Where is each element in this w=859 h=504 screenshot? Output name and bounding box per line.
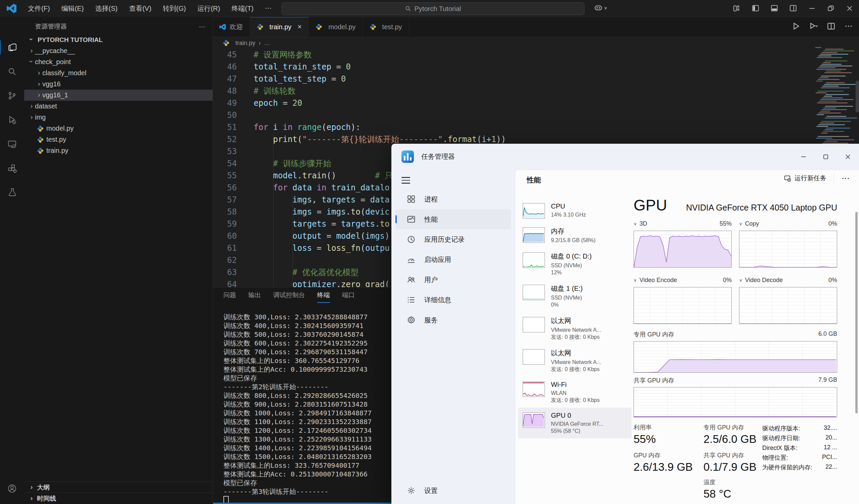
chevron-down-icon[interactable]: ∨ (634, 221, 637, 226)
run-icon[interactable] (792, 22, 801, 32)
more-icon[interactable] (844, 22, 853, 32)
menu-item[interactable]: 转到(G) (158, 2, 191, 15)
menu-item[interactable]: 编辑(E) (57, 2, 89, 15)
minimize-icon[interactable] (802, 0, 822, 17)
menu-item[interactable]: 选择(S) (90, 2, 123, 15)
menu-item[interactable]: 文件(F) (23, 2, 55, 15)
close-icon[interactable] (837, 144, 859, 170)
sensor-内存[interactable]: 内存9.2/15.8 GB (58%) (518, 223, 632, 248)
sensor-以太网[interactable]: 以太网VMware Network A...发送: 0 接收: 0 Kbps (518, 345, 632, 377)
tree-item-check_point[interactable]: ›check_point (24, 57, 213, 67)
terminal-line: -------第2轮训练开始-------- (223, 382, 372, 391)
sensor-GPU 0[interactable]: GPU 0NVIDIA GeForce RT...55% (58 °C) (518, 408, 632, 439)
chevron-down-icon[interactable]: ∨ (739, 278, 742, 283)
tm-nav-详细信息[interactable]: 详细信息 (395, 290, 511, 310)
toggle-secondary-sidebar-icon[interactable] (784, 0, 802, 17)
tree-item-model.py[interactable]: model.py (24, 123, 213, 134)
menu-item[interactable]: ⋯ (260, 2, 277, 15)
terminal-line: 训练次数 600,Loss: 2.3022754192352295 (223, 339, 372, 348)
tree-item-test.py[interactable]: test.py (24, 134, 213, 145)
activitybar-search-icon[interactable] (0, 60, 24, 82)
tree-item-train.py[interactable]: train.py (24, 145, 213, 156)
tab-model.py[interactable]: model.py (309, 17, 362, 37)
activitybar-run-and-debug-icon[interactable] (0, 109, 24, 131)
split-editor-icon[interactable] (827, 22, 835, 32)
minimize-icon[interactable] (793, 144, 815, 170)
detail-value: 32.... (824, 424, 837, 434)
maximize-icon[interactable] (815, 144, 837, 170)
tree-item-img[interactable]: ›img (24, 112, 213, 123)
breadcrumb[interactable]: train.py › … (223, 37, 270, 49)
panel-tab-端口[interactable]: 端口 (342, 291, 355, 303)
sensor-mini-chart (523, 412, 545, 428)
sensor-磁盘 1 (E:)[interactable]: 磁盘 1 (E:)SSD (NVMe)0% (518, 280, 632, 312)
tm-nav-服务[interactable]: 服务 (395, 310, 511, 330)
toggle-panel-icon[interactable] (765, 0, 784, 17)
panel-tab-问题[interactable]: 问题 (223, 291, 236, 303)
explorer-more-icon[interactable]: ⋯ (199, 23, 206, 31)
restore-icon[interactable] (822, 0, 840, 17)
command-search-input[interactable]: Pytorch Tutorial (282, 2, 585, 15)
tree-item-__pycache__[interactable]: ›__pycache__ (24, 45, 213, 57)
gpu-chart-label: Copy (745, 220, 759, 227)
gpu-mem-chart-专用 GPU 内存: 专用 GPU 内存6.0 GB (634, 331, 837, 373)
activitybar-account-icon[interactable] (0, 477, 24, 500)
menu-item[interactable]: 终端(T) (226, 2, 259, 15)
stat-value: 2.5/6.0 GB (704, 433, 756, 446)
python-icon (370, 24, 376, 30)
tm-nav-用户[interactable]: 用户 (395, 270, 511, 290)
tree-item-vgg16[interactable]: ›vgg16 (24, 79, 213, 90)
tree-item-classify_model[interactable]: ›classify_model (24, 67, 213, 79)
tab-test.py[interactable]: test.py (363, 17, 409, 37)
tab-欢迎[interactable]: 欢迎 (213, 17, 250, 37)
more-options-button[interactable]: ⋯ (842, 173, 849, 183)
menu-item[interactable]: 查看(V) (124, 2, 156, 15)
close-tab-icon[interactable]: × (298, 22, 302, 31)
hamburger-menu-icon[interactable] (402, 177, 410, 184)
stat-label: 共享 GPU 内存 (704, 451, 756, 459)
tree-item-vgg16_1[interactable]: ›vgg16_1 (24, 90, 213, 101)
sensor-以太网[interactable]: 以太网VMware Network A...发送: 0 接收: 0 Kbps (518, 312, 632, 345)
activitybar-explorer-icon[interactable] (0, 36, 24, 58)
activitybar-extensions-icon[interactable] (0, 157, 24, 179)
task-manager-scrollbar[interactable] (855, 212, 858, 413)
sensor-CPU[interactable]: CPU14% 3.10 GHz (518, 198, 632, 223)
editor-tabs: 欢迎train.py×model.pytest.py (213, 17, 859, 37)
chevron-down-icon[interactable]: ∨ (634, 278, 637, 283)
tm-nav-设置[interactable]: 设置 (395, 480, 511, 501)
panel-tab-调试控制台[interactable]: 调试控制台 (273, 291, 305, 303)
activity-bar (0, 17, 25, 504)
tm-nav-启动应用[interactable]: 启动应用 (395, 249, 511, 270)
tab-train.py[interactable]: train.py× (250, 17, 309, 37)
terminal-output[interactable]: 训练次数 300,Loss: 2.3033745288848877训练次数 40… (223, 312, 372, 504)
timeline-section[interactable]: › 时间线 (24, 492, 213, 504)
tm-nav-性能[interactable]: 性能 (395, 209, 511, 229)
sensor-sub: WLAN (551, 390, 600, 397)
tm-nav-进程[interactable]: 进程 (395, 189, 511, 209)
tm-nav-应用历史记录[interactable]: 应用历史记录 (395, 229, 511, 249)
tree-item-dataset[interactable]: ›dataset (24, 101, 213, 112)
terminal-line: 训练次数 900,Loss: 2.2803151607513428 (223, 400, 372, 409)
activitybar-settings-gear-icon[interactable] (0, 500, 24, 504)
panel-tab-输出[interactable]: 输出 (248, 291, 261, 303)
activitybar-source-control-icon[interactable] (0, 85, 24, 107)
chevron-down-icon[interactable]: ∨ (739, 221, 742, 226)
activitybar-testing-icon[interactable] (0, 181, 24, 203)
run-dropdown-icon[interactable] (809, 22, 818, 32)
menu-item[interactable]: 运行(R) (192, 2, 225, 15)
activitybar-remote-explorer-icon[interactable] (0, 133, 24, 155)
sensor-Wi-Fi[interactable]: Wi-FiWLAN发送: 0 接收: 0 Kbps (518, 377, 632, 408)
outline-section[interactable]: › 大纲 (24, 482, 213, 493)
copilot-icon[interactable]: ∨ (594, 3, 607, 12)
tree-item-label: test.py (46, 136, 66, 143)
editor-scrollbar[interactable] (856, 80, 859, 112)
task-manager-titlebar[interactable]: 任务管理器 (391, 144, 859, 170)
sensor-磁盘 0 (C: D:)[interactable]: 磁盘 0 (C: D:)SSD (NVMe)12% (518, 248, 632, 280)
panel-tab-终端[interactable]: 终端 (317, 291, 330, 303)
file-tree: ›__pycache__›check_point›classify_model›… (24, 45, 213, 156)
toggle-primary-sidebar-icon[interactable] (746, 0, 765, 17)
gpu-chart-label: Video Decode (745, 277, 783, 284)
close-icon[interactable] (840, 0, 859, 17)
layout-customize-icon[interactable] (727, 0, 746, 17)
workspace-root-row[interactable]: › PYTORCH TUTORIAL (24, 34, 213, 45)
